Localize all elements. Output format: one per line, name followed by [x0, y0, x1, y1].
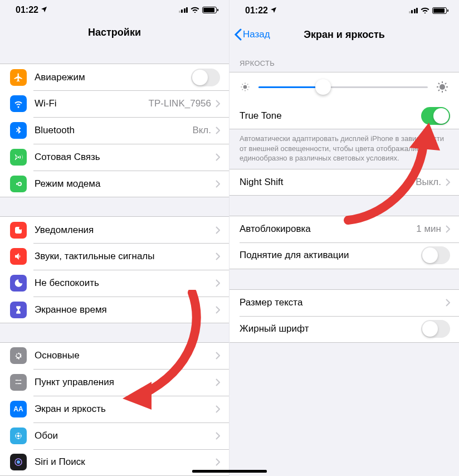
row-notifications[interactable]: Уведомления [0, 216, 229, 243]
row-wifi[interactable]: Wi-Fi TP-LINK_7956 [0, 90, 229, 117]
brightness-slider[interactable] [258, 79, 428, 95]
battery-icon [202, 7, 217, 13]
row-label: Уведомления [35, 225, 216, 236]
chevron-icon [216, 458, 220, 466]
row-value: Выкл. [416, 177, 441, 188]
row-truetone[interactable]: True Tone [230, 103, 459, 129]
row-label: Режим модема [35, 178, 216, 190]
notifications-icon [10, 222, 27, 239]
page-title: Настройки [88, 27, 141, 38]
row-label: Wi-Fi [35, 98, 149, 109]
row-screentime[interactable]: Экранное время [0, 297, 229, 323]
wifi-icon [191, 5, 199, 15]
airplane-icon [10, 69, 27, 86]
svg-line-24 [438, 83, 440, 84]
airplane-toggle[interactable] [191, 69, 220, 86]
status-bar: 01:22 [230, 0, 459, 21]
battery-icon [432, 7, 447, 14]
row-label: Обои [35, 430, 216, 441]
row-label: Пункт управления [35, 377, 216, 388]
row-airplane[interactable]: Авиарежим [0, 64, 229, 90]
row-wallpaper[interactable]: Обои [0, 422, 229, 449]
chevron-icon [216, 180, 220, 188]
svg-point-19 [440, 84, 445, 90]
svg-point-1 [19, 226, 22, 229]
svg-point-3 [17, 435, 20, 438]
truetone-toggle[interactable] [421, 107, 450, 125]
row-label: Поднятие для активации [240, 250, 421, 261]
back-button[interactable]: Назад [234, 21, 270, 48]
row-label: Night Shift [240, 177, 416, 188]
svg-line-16 [247, 89, 248, 90]
row-value: Вкл. [192, 125, 211, 136]
svg-point-9 [17, 460, 20, 464]
page-title: Экран и яркость [304, 29, 385, 41]
svg-line-17 [242, 89, 243, 90]
row-display[interactable]: AA Экран и яркость [0, 396, 229, 422]
back-label: Назад [243, 29, 270, 40]
row-label: Сотовая Связь [35, 152, 216, 163]
row-label: Авиарежим [35, 72, 191, 83]
bold-toggle[interactable] [421, 320, 450, 338]
row-label: Siri и Поиск [35, 456, 216, 468]
location-icon [270, 6, 277, 16]
truetone-description: Автоматически адаптировать дисплей iPhon… [230, 129, 459, 169]
row-sounds[interactable]: Звуки, тактильные сигналы [0, 243, 229, 270]
row-label: Экран и яркость [35, 404, 216, 415]
signal-icon [179, 7, 188, 13]
row-autolock[interactable]: Автоблокировка 1 мин [230, 216, 459, 242]
nav-bar: Настройки [0, 20, 229, 45]
moon-icon [10, 275, 27, 292]
row-label: Экранное время [35, 304, 216, 315]
svg-line-25 [445, 90, 446, 91]
sliders-icon [10, 374, 27, 391]
wifi-icon [10, 95, 27, 112]
location-icon [41, 5, 47, 15]
chevron-icon [216, 226, 220, 234]
chevron-icon [216, 127, 220, 134]
wallpaper-icon [10, 428, 27, 444]
chevron-icon [216, 378, 220, 386]
brightness-header: ЯРКОСТЬ [230, 48, 459, 72]
row-cellular[interactable]: Сотовая Связь [0, 144, 229, 171]
row-value: 1 мин [416, 224, 441, 235]
status-time: 01:22 [245, 6, 268, 16]
chevron-icon [446, 225, 450, 233]
chevron-icon [446, 178, 450, 186]
svg-line-15 [242, 84, 243, 85]
row-value: TP-LINK_7956 [149, 98, 211, 109]
svg-point-5 [20, 435, 21, 436]
chevron-icon [216, 100, 220, 108]
chevron-icon [216, 252, 220, 260]
row-bold[interactable]: Жирный шрифт [230, 316, 459, 343]
row-label: Основные [35, 350, 216, 361]
status-bar: 01:22 [0, 0, 229, 20]
hourglass-icon [10, 302, 27, 318]
raise-toggle[interactable] [421, 246, 450, 264]
wifi-icon [421, 6, 429, 16]
chevron-icon [216, 352, 220, 360]
sun-small-icon [240, 81, 251, 93]
chevron-icon [216, 153, 220, 161]
row-hotspot[interactable]: Режим модема [0, 171, 229, 197]
row-controlcenter[interactable]: Пункт управления [0, 369, 229, 396]
home-indicator[interactable] [230, 470, 267, 473]
row-bluetooth[interactable]: Bluetooth Вкл. [0, 117, 229, 144]
row-label: Жирный шрифт [240, 323, 421, 334]
nav-bar: Назад Экран и яркость [230, 21, 459, 48]
row-general[interactable]: Основные [0, 342, 229, 369]
row-nightshift[interactable]: Night Shift Выкл. [230, 169, 459, 196]
row-raise-to-wake[interactable]: Поднятие для активации [230, 242, 459, 269]
row-textsize[interactable]: Размер текста [230, 289, 459, 316]
hotspot-icon [10, 176, 27, 192]
bluetooth-icon [10, 122, 27, 139]
siri-icon [10, 454, 27, 470]
gear-icon [10, 347, 27, 364]
svg-point-4 [18, 433, 19, 434]
antenna-icon [10, 149, 27, 166]
row-dnd[interactable]: Не беспокоить [0, 270, 229, 297]
svg-point-6 [18, 438, 19, 439]
svg-line-18 [247, 84, 248, 85]
row-label: True Tone [240, 110, 421, 122]
svg-point-7 [15, 435, 16, 436]
